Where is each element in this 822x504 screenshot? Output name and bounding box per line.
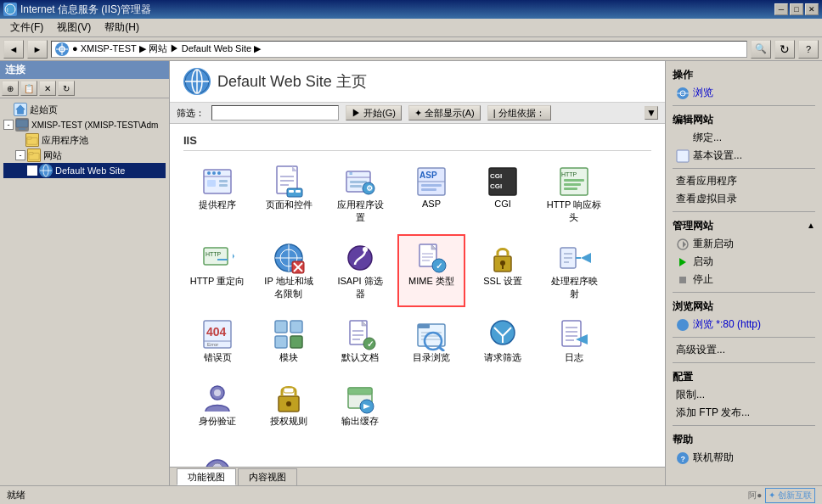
online-help-btn[interactable]: ? 联机帮助 <box>673 449 815 467</box>
start-button[interactable]: ▶ 开始(G) <box>346 105 402 120</box>
svg-text:404: 404 <box>206 325 227 339</box>
icon-http-header[interactable]: HTTP HTTP 响应标头 <box>540 158 608 231</box>
view-app-btn[interactable]: 查看应用程序 <box>673 172 815 190</box>
group-button[interactable]: | 分组依据： <box>487 105 551 120</box>
filter-input[interactable] <box>211 105 339 120</box>
manage-site-title: 管理网站 <box>673 216 713 235</box>
icon-output-cache[interactable]: 输出缓存 <box>326 374 394 434</box>
forward-button[interactable]: ► <box>27 40 48 59</box>
output-cache-label: 输出缓存 <box>341 415 379 428</box>
tree-item-apppool[interactable]: 应用程序池 <box>3 132 166 148</box>
browse-80-link[interactable]: 浏览 *:80 (http) <box>673 316 815 333</box>
limit-btn[interactable]: 限制... <box>673 386 815 404</box>
icon-page[interactable]: 页面和控件 <box>255 158 323 231</box>
icon-appsetting[interactable]: ≡ ⚙ 应用程序设置 <box>326 158 394 231</box>
svg-rect-22 <box>207 180 216 187</box>
tree-item-server[interactable]: - XMISP-TEST (XMISP-TEST\Adm <box>3 117 166 132</box>
help-nav-button[interactable]: ? <box>798 40 819 59</box>
asp-label: ASP <box>422 199 441 209</box>
svg-rect-109 <box>562 321 581 346</box>
maximize-button[interactable]: □ <box>790 3 803 15</box>
help-icon: ? <box>676 451 690 465</box>
module-icon-img <box>272 317 306 351</box>
app-icon: i <box>3 3 17 16</box>
start-icon <box>676 255 690 269</box>
icon-extra[interactable] <box>183 448 251 467</box>
server-expand[interactable]: - <box>3 120 14 130</box>
tab-content-view[interactable]: 内容视图 <box>238 468 297 485</box>
dir-browse-icon-img <box>414 317 448 351</box>
icon-handler[interactable]: 处理程序映射 <box>540 234 608 307</box>
tree-item-sites[interactable]: - 网站 <box>3 148 166 163</box>
page-icon-img <box>272 165 306 199</box>
icon-default-doc[interactable]: ✓ 默认文档 <box>326 311 394 371</box>
collapse-manage[interactable]: ▲ <box>807 221 815 230</box>
stop-site-btn[interactable]: 停止 <box>673 271 815 288</box>
icon-log[interactable]: 日志 <box>540 311 608 371</box>
svg-line-106 <box>439 347 444 351</box>
tab-feature-view[interactable]: 功能视图 <box>177 468 236 485</box>
svg-marker-6 <box>16 105 25 115</box>
panel-btn-3[interactable]: ✕ <box>39 81 56 96</box>
menu-view[interactable]: 视图(V) <box>50 19 98 36</box>
menu-file[interactable]: 文件(F) <box>3 19 50 36</box>
svg-rect-90 <box>290 321 302 333</box>
panel-btn-4[interactable]: ↻ <box>58 81 75 96</box>
tree-item-home[interactable]: 起始页 <box>3 102 166 117</box>
divider-4 <box>673 292 815 293</box>
tree-item-default-site[interactable]: + Default Web Site <box>3 163 166 178</box>
svg-point-26 <box>212 171 216 175</box>
advanced-settings-btn[interactable]: 高级设置... <box>673 341 815 359</box>
icon-mime[interactable]: ✓ MIME 类型 <box>397 234 465 307</box>
site-icon <box>39 164 53 177</box>
bind-btn[interactable]: 绑定... <box>673 129 815 147</box>
left-panel-toolbar: ⊕ 📋 ✕ ↻ <box>0 79 169 98</box>
panel-btn-1[interactable]: ⊕ <box>2 81 19 96</box>
default-doc-icon-img: ✓ <box>343 317 377 351</box>
panel-btn-2[interactable]: 📋 <box>20 81 37 96</box>
icon-isapi[interactable]: ISAPI 筛选器 <box>326 234 394 307</box>
edit-site-title: 编辑网站 <box>673 109 815 129</box>
minimize-button[interactable]: ─ <box>774 3 788 15</box>
icon-dir-browse[interactable]: 目录浏览 <box>397 311 465 371</box>
logo-text: 阿● <box>748 490 762 501</box>
icon-error[interactable]: 404 Error 错误页 <box>183 311 251 371</box>
back-button[interactable]: ◄ <box>3 40 24 59</box>
sites-expand[interactable]: - <box>15 150 25 160</box>
icon-module[interactable]: 模块 <box>255 311 323 371</box>
site-expand[interactable]: + <box>27 165 37 176</box>
icon-cgi[interactable]: CGI CGI CGI <box>469 158 537 231</box>
menu-help[interactable]: 帮助(H) <box>98 19 146 36</box>
browse-site-title: 浏览网站 <box>673 296 815 316</box>
restart-btn[interactable]: 重新启动 <box>673 235 815 253</box>
status-bar: 就绪 阿● ✦ 创新互联 <box>0 485 822 504</box>
icon-ip[interactable]: IP 地址和域名限制 <box>255 234 323 307</box>
show-all-button[interactable]: ✦ 全部显示(A) <box>408 105 481 120</box>
refresh-button[interactable]: ↻ <box>774 40 795 59</box>
ftp-publish-btn[interactable]: 添加 FTP 发布... <box>673 404 815 422</box>
divider-7 <box>673 425 815 426</box>
icon-provider[interactable]: 提供程序 <box>183 158 251 231</box>
asp-icon-img: ASP <box>414 165 448 199</box>
icon-ssl[interactable]: SSL 设置 <box>469 234 537 307</box>
divider-1 <box>673 105 815 106</box>
close-button[interactable]: ✕ <box>805 3 819 15</box>
browse-80-icon <box>676 318 690 332</box>
icon-auth[interactable]: 身份验证 <box>183 374 251 434</box>
output-cache-icon-img <box>343 381 377 415</box>
svg-rect-121 <box>348 388 372 395</box>
title-bar: i Internet 信息服务 (IIS)管理器 ─ □ ✕ <box>0 0 822 19</box>
stop-icon <box>676 273 690 287</box>
view-vdir-btn[interactable]: 查看虚拟目录 <box>673 190 815 208</box>
icon-authz[interactable]: 授权规则 <box>255 374 323 434</box>
basic-settings-btn[interactable]: 基本设置... <box>673 147 815 165</box>
svg-rect-129 <box>677 150 689 162</box>
search-button[interactable]: 🔍 <box>751 40 771 59</box>
filter-bar: 筛选： ▶ 开始(G) ✦ 全部显示(A) | 分组依据： ▼ <box>170 103 665 124</box>
start-site-btn[interactable]: 启动 <box>673 253 815 271</box>
icon-asp[interactable]: ASP ASP <box>397 158 465 231</box>
icon-req-filter[interactable]: 请求筛选 <box>469 311 537 371</box>
svg-rect-39 <box>350 181 367 183</box>
icon-http-redirect[interactable]: HTTP HTTP 重定向 <box>183 234 251 307</box>
browse-link[interactable]: 浏览 <box>673 84 815 102</box>
